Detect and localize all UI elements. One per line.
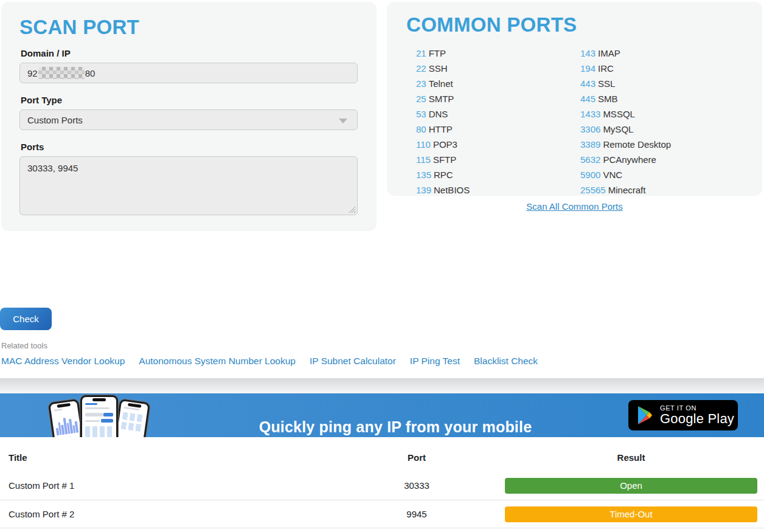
related-tools-links: MAC Address Vendor Lookup Autonomous Sys… (1, 356, 538, 367)
port-type-value: Custom Ports (27, 115, 83, 125)
redacted-ip-blur (38, 67, 85, 79)
port-item-imap[interactable]: 143IMAP (580, 46, 745, 61)
common-ports-col-left: 21FTP 22SSH 23Telnet 25SMTP 53DNS 80HTTP… (416, 46, 580, 198)
link-blacklist-check[interactable]: Blacklist Check (474, 356, 538, 367)
row-title: Custom Port # 2 (0, 509, 328, 519)
google-play-icon (637, 406, 653, 424)
status-badge-open: Open (505, 478, 757, 494)
port-item-irc[interactable]: 194IRC (580, 61, 745, 76)
scan-port-title: SCAN PORT (19, 16, 358, 38)
check-button[interactable]: Check (0, 308, 52, 330)
port-item-telnet[interactable]: 23Telnet (416, 76, 580, 91)
port-item-dns[interactable]: 53DNS (416, 106, 580, 122)
domain-field: Domain / IP 92 80 (19, 48, 358, 83)
port-item-sftp[interactable]: 115SFTP (416, 152, 580, 167)
ports-field: Ports 30333, 9945 (19, 142, 358, 215)
google-play-badge[interactable]: GET IT ON Google Play (628, 400, 738, 430)
port-item-rpc[interactable]: 135RPC (416, 167, 580, 182)
common-ports-col-right: 143IMAP 194IRC 443SSL 445SMB 1433MSSQL 3… (580, 46, 745, 198)
link-asn-lookup[interactable]: Autonomous System Number Lookup (139, 356, 296, 367)
link-mac-address-vendor-lookup[interactable]: MAC Address Vendor Lookup (1, 356, 125, 367)
port-item-pcanywhere[interactable]: 5632PCAnywhere (580, 152, 745, 167)
related-tools-heading: Related tools (1, 341, 47, 350)
common-ports-panel: COMMON PORTS 21FTP 22SSH 23Telnet 25SMTP… (387, 2, 762, 196)
scan-all-wrap: Scan All Common Ports (387, 201, 762, 212)
port-type-label: Port Type (21, 95, 358, 105)
port-type-select[interactable]: Custom Ports (19, 109, 358, 130)
port-item-http[interactable]: 80HTTP (416, 122, 580, 137)
scan-all-common-ports-link[interactable]: Scan All Common Ports (526, 201, 622, 212)
port-item-vnc[interactable]: 5900VNC (580, 167, 745, 182)
results-header-row: Title Port Result (0, 444, 764, 471)
port-item-ssh[interactable]: 22SSH (416, 61, 580, 76)
google-play-text: GET IT ON Google Play (660, 405, 734, 426)
scan-port-panel: SCAN PORT Domain / IP 92 80 Port Type Cu… (1, 2, 377, 231)
port-item-pop3[interactable]: 110POP3 (416, 137, 580, 152)
chevron-down-icon (339, 119, 347, 123)
domain-label: Domain / IP (21, 48, 358, 58)
domain-ip-input[interactable]: 92 80 (19, 63, 358, 83)
port-item-smtp[interactable]: 25SMTP (416, 91, 580, 106)
table-row: Custom Port # 2 9945 Timed-Out (0, 500, 764, 528)
port-item-mssql[interactable]: 1433MSSQL (580, 106, 745, 122)
port-item-ftp[interactable]: 21FTP (416, 46, 580, 61)
row-title: Custom Port # 1 (0, 480, 328, 491)
link-ip-ping-test[interactable]: IP Ping Test (410, 356, 460, 367)
port-item-remote-desktop[interactable]: 3389Remote Desktop (580, 137, 745, 152)
domain-value-prefix: 92 (27, 68, 38, 78)
port-type-field: Port Type Custom Ports (19, 95, 358, 130)
ports-label: Ports (21, 142, 358, 152)
ports-value: 30333, 9945 (27, 163, 78, 173)
port-item-netbios[interactable]: 139NetBIOS (416, 182, 580, 198)
mobile-app-banner: Quickly ping any IP from your mobile GET… (0, 393, 764, 437)
phone-mockup-middle (80, 395, 118, 437)
google-play-label: Google Play (660, 412, 734, 426)
table-row: Custom Port # 1 30333 Open (0, 471, 764, 500)
common-ports-title: COMMON PORTS (406, 14, 762, 36)
port-item-mysql[interactable]: 3306MySQL (580, 122, 745, 137)
common-ports-list: 21FTP 22SSH 23Telnet 25SMTP 53DNS 80HTTP… (416, 46, 762, 198)
scan-results-table: Title Port Result Custom Port # 1 30333 … (0, 444, 764, 528)
section-divider (0, 378, 764, 393)
row-port: 30333 (328, 480, 505, 491)
header-port: Port (328, 452, 505, 463)
ports-textarea[interactable]: 30333, 9945 (19, 156, 358, 215)
row-port: 9945 (328, 509, 505, 519)
link-ip-subnet-calculator[interactable]: IP Subnet Calculator (310, 356, 396, 367)
port-item-ssl[interactable]: 443SSL (580, 76, 745, 91)
domain-value-suffix: 80 (85, 68, 96, 78)
header-title: Title (0, 452, 328, 463)
port-item-minecraft[interactable]: 25565Minecraft (580, 182, 745, 198)
status-badge-timeout: Timed-Out (505, 506, 757, 522)
header-result: Result (505, 452, 757, 463)
port-item-smb[interactable]: 445SMB (580, 91, 745, 106)
resize-handle-icon[interactable] (349, 206, 355, 213)
